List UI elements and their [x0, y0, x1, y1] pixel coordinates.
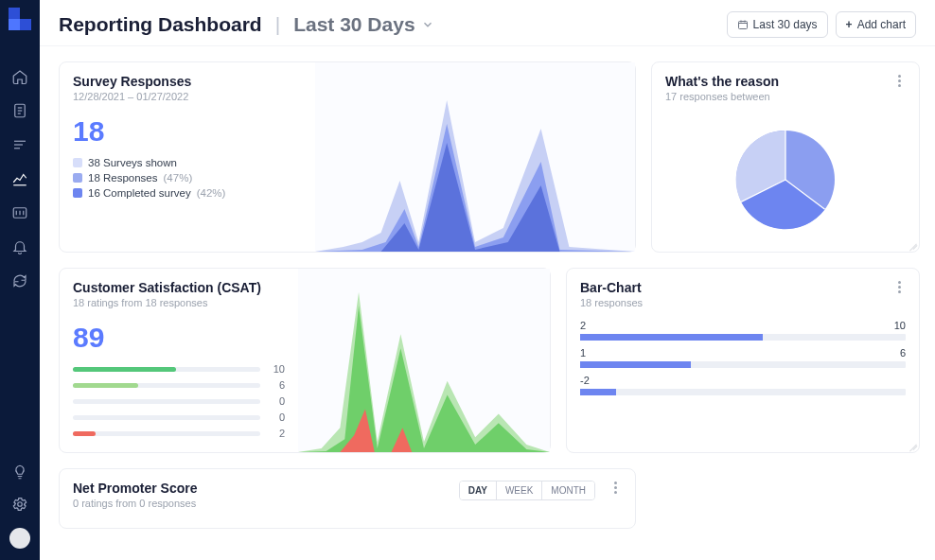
lines-icon[interactable]	[11, 136, 28, 153]
card-csat: Customer Satisfaction (CSAT) 18 ratings …	[59, 268, 551, 453]
seg-week[interactable]: WEEK	[497, 481, 542, 499]
mini-bar-row: 2	[73, 428, 285, 439]
hbar-row: -2	[580, 375, 906, 395]
reason-pie	[652, 108, 919, 252]
hbar-row: 16	[580, 347, 906, 368]
survey-chart	[315, 62, 635, 252]
survey-big-number: 18	[60, 108, 315, 157]
mini-bar-row: 0	[73, 395, 285, 407]
bar-kebab[interactable]	[892, 280, 906, 293]
mini-bar-fill	[73, 367, 176, 372]
hbar-track	[580, 389, 906, 395]
csat-big-number: 89	[60, 314, 298, 363]
logo	[9, 8, 31, 30]
card-reason: What's the reason 17 responses between	[651, 61, 920, 253]
swatch	[73, 188, 82, 198]
card-nps: Net Promoter Score 0 ratings from 0 resp…	[59, 468, 636, 529]
hbar-row: 210	[580, 320, 906, 341]
mini-bar-value: 10	[266, 363, 285, 375]
hbar-left: 1	[580, 347, 586, 359]
page-title: Reporting Dashboard	[59, 13, 262, 36]
chevron-down-icon	[421, 18, 434, 31]
avatar[interactable]	[9, 528, 30, 549]
mini-bar-value: 0	[266, 395, 285, 407]
bar-rows: 21016-2	[567, 314, 919, 408]
bar-title: Bar-Chart	[580, 280, 643, 295]
add-chart-label: Add chart	[857, 18, 906, 31]
date-range-label: Last 30 Days	[293, 13, 415, 36]
add-chart-button[interactable]: + Add chart	[836, 11, 916, 38]
mini-bar-track	[73, 399, 260, 404]
mini-bar-row: 6	[73, 379, 285, 391]
doc-icon[interactable]	[11, 102, 28, 119]
card-survey-responses: Survey Responses 12/28/2021 – 01/27/2022…	[59, 61, 636, 253]
hbar-fill	[580, 334, 763, 341]
legend-row: 18 Responses (47%)	[73, 172, 302, 184]
hbar-left: -2	[580, 375, 590, 386]
nav-icons	[11, 68, 28, 464]
survey-subtitle: 12/28/2021 – 01/27/2022	[73, 91, 191, 102]
mini-bar-value: 2	[266, 428, 285, 439]
survey-legend: 38 Surveys shown 18 Responses (47%) 16 C…	[60, 157, 315, 212]
bar-subtitle: 18 responses	[580, 297, 643, 308]
legend-row: 16 Completed survey (42%)	[73, 187, 302, 199]
title-separator: |	[275, 13, 280, 36]
svg-point-12	[18, 502, 23, 507]
swatch	[73, 158, 82, 167]
mini-bar-track	[73, 431, 260, 436]
chart-icon[interactable]	[11, 170, 28, 187]
hbar-left: 2	[580, 320, 586, 331]
csat-chart	[298, 269, 550, 452]
hbar-right: 10	[894, 320, 906, 331]
mini-bar-fill	[73, 431, 96, 436]
header: Reporting Dashboard | Last 30 Days Last …	[40, 0, 935, 46]
slider-icon[interactable]	[11, 204, 28, 221]
csat-mini-bars: 106002	[60, 363, 298, 453]
refresh-icon[interactable]	[11, 272, 28, 289]
hbar-track	[580, 361, 906, 368]
mini-bar-track	[73, 383, 260, 388]
card-bar-chart: Bar-Chart 18 responses 21016-2	[566, 268, 920, 453]
plus-icon: +	[846, 18, 853, 31]
mini-bar-fill	[73, 383, 138, 388]
resize-handle[interactable]	[908, 240, 917, 250]
swatch	[73, 173, 82, 183]
nps-segmented: DAY WEEK MONTH	[459, 481, 595, 500]
home-icon[interactable]	[11, 68, 28, 85]
survey-title: Survey Responses	[73, 74, 191, 89]
csat-subtitle: 18 ratings from 18 responses	[73, 297, 261, 308]
mini-bar-value: 0	[266, 411, 285, 423]
date-range-button[interactable]: Last 30 days	[727, 11, 828, 38]
mini-bar-row: 10	[73, 363, 285, 375]
calendar-icon	[737, 19, 749, 30]
legend-row: 38 Surveys shown	[73, 157, 302, 168]
mini-bar-row: 0	[73, 411, 285, 423]
sidebar-bottom	[9, 464, 30, 560]
bell-icon[interactable]	[11, 238, 28, 255]
hbar-fill	[580, 389, 616, 395]
svg-rect-13	[738, 22, 747, 29]
mini-bar-track	[73, 367, 260, 372]
nps-subtitle: 0 ratings from 0 responses	[73, 498, 197, 509]
reason-subtitle: 17 responses between	[665, 91, 779, 102]
hbar-track	[580, 334, 906, 341]
seg-month[interactable]: MONTH	[542, 481, 594, 499]
date-range-button-label: Last 30 days	[753, 18, 818, 31]
reason-kebab[interactable]	[892, 74, 906, 87]
date-range-dropdown[interactable]: Last 30 Days	[293, 13, 433, 36]
nps-kebab[interactable]	[609, 481, 622, 494]
resize-handle[interactable]	[908, 441, 917, 450]
hbar-right: 6	[900, 347, 906, 359]
csat-title: Customer Satisfaction (CSAT)	[73, 280, 261, 295]
seg-day[interactable]: DAY	[460, 481, 497, 499]
sidebar	[0, 0, 40, 560]
mini-bar-track	[73, 415, 260, 420]
gear-icon[interactable]	[11, 496, 28, 513]
nps-title: Net Promoter Score	[73, 481, 197, 496]
hbar-fill	[580, 361, 691, 368]
idea-icon[interactable]	[11, 464, 28, 481]
mini-bar-value: 6	[266, 379, 285, 391]
reason-title: What's the reason	[665, 74, 779, 89]
